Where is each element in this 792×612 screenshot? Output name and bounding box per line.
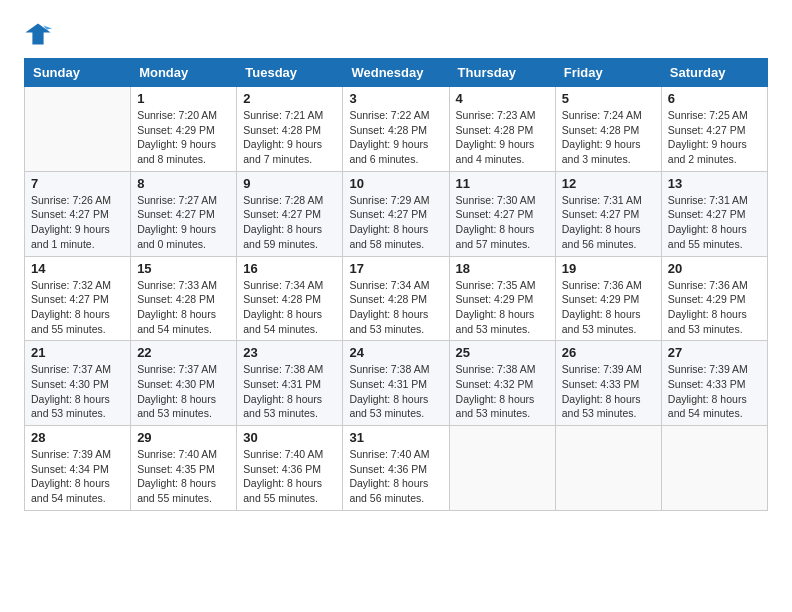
day-number: 18 — [456, 261, 549, 276]
svg-marker-0 — [25, 24, 50, 45]
calendar: SundayMondayTuesdayWednesdayThursdayFrid… — [24, 58, 768, 511]
day-number: 13 — [668, 176, 761, 191]
day-detail: Sunrise: 7:40 AM Sunset: 4:36 PM Dayligh… — [349, 447, 442, 506]
day-number: 27 — [668, 345, 761, 360]
day-number: 9 — [243, 176, 336, 191]
calendar-cell: 2Sunrise: 7:21 AM Sunset: 4:28 PM Daylig… — [237, 87, 343, 172]
weekday-header: Sunday — [25, 59, 131, 87]
day-detail: Sunrise: 7:28 AM Sunset: 4:27 PM Dayligh… — [243, 193, 336, 252]
day-number: 26 — [562, 345, 655, 360]
day-detail: Sunrise: 7:27 AM Sunset: 4:27 PM Dayligh… — [137, 193, 230, 252]
day-detail: Sunrise: 7:24 AM Sunset: 4:28 PM Dayligh… — [562, 108, 655, 167]
day-number: 29 — [137, 430, 230, 445]
calendar-cell: 28Sunrise: 7:39 AM Sunset: 4:34 PM Dayli… — [25, 426, 131, 511]
calendar-cell: 8Sunrise: 7:27 AM Sunset: 4:27 PM Daylig… — [131, 171, 237, 256]
day-number: 21 — [31, 345, 124, 360]
day-detail: Sunrise: 7:35 AM Sunset: 4:29 PM Dayligh… — [456, 278, 549, 337]
calendar-cell: 20Sunrise: 7:36 AM Sunset: 4:29 PM Dayli… — [661, 256, 767, 341]
day-number: 31 — [349, 430, 442, 445]
day-number: 24 — [349, 345, 442, 360]
calendar-cell — [25, 87, 131, 172]
day-number: 5 — [562, 91, 655, 106]
calendar-cell: 6Sunrise: 7:25 AM Sunset: 4:27 PM Daylig… — [661, 87, 767, 172]
day-number: 16 — [243, 261, 336, 276]
day-number: 10 — [349, 176, 442, 191]
weekday-header: Friday — [555, 59, 661, 87]
calendar-cell: 18Sunrise: 7:35 AM Sunset: 4:29 PM Dayli… — [449, 256, 555, 341]
day-number: 25 — [456, 345, 549, 360]
day-detail: Sunrise: 7:34 AM Sunset: 4:28 PM Dayligh… — [349, 278, 442, 337]
logo-icon — [24, 20, 52, 48]
day-detail: Sunrise: 7:38 AM Sunset: 4:31 PM Dayligh… — [243, 362, 336, 421]
day-detail: Sunrise: 7:25 AM Sunset: 4:27 PM Dayligh… — [668, 108, 761, 167]
calendar-cell: 27Sunrise: 7:39 AM Sunset: 4:33 PM Dayli… — [661, 341, 767, 426]
calendar-cell: 13Sunrise: 7:31 AM Sunset: 4:27 PM Dayli… — [661, 171, 767, 256]
day-number: 14 — [31, 261, 124, 276]
calendar-cell: 14Sunrise: 7:32 AM Sunset: 4:27 PM Dayli… — [25, 256, 131, 341]
day-number: 20 — [668, 261, 761, 276]
day-number: 4 — [456, 91, 549, 106]
day-detail: Sunrise: 7:40 AM Sunset: 4:35 PM Dayligh… — [137, 447, 230, 506]
weekday-header: Monday — [131, 59, 237, 87]
calendar-cell: 7Sunrise: 7:26 AM Sunset: 4:27 PM Daylig… — [25, 171, 131, 256]
day-detail: Sunrise: 7:34 AM Sunset: 4:28 PM Dayligh… — [243, 278, 336, 337]
calendar-cell — [555, 426, 661, 511]
day-number: 2 — [243, 91, 336, 106]
day-detail: Sunrise: 7:36 AM Sunset: 4:29 PM Dayligh… — [668, 278, 761, 337]
day-detail: Sunrise: 7:30 AM Sunset: 4:27 PM Dayligh… — [456, 193, 549, 252]
day-number: 17 — [349, 261, 442, 276]
calendar-cell: 25Sunrise: 7:38 AM Sunset: 4:32 PM Dayli… — [449, 341, 555, 426]
day-detail: Sunrise: 7:40 AM Sunset: 4:36 PM Dayligh… — [243, 447, 336, 506]
calendar-cell: 26Sunrise: 7:39 AM Sunset: 4:33 PM Dayli… — [555, 341, 661, 426]
day-detail: Sunrise: 7:22 AM Sunset: 4:28 PM Dayligh… — [349, 108, 442, 167]
header — [24, 20, 768, 48]
day-number: 3 — [349, 91, 442, 106]
calendar-cell — [449, 426, 555, 511]
calendar-cell: 17Sunrise: 7:34 AM Sunset: 4:28 PM Dayli… — [343, 256, 449, 341]
day-number: 30 — [243, 430, 336, 445]
day-number: 15 — [137, 261, 230, 276]
calendar-cell: 19Sunrise: 7:36 AM Sunset: 4:29 PM Dayli… — [555, 256, 661, 341]
day-number: 28 — [31, 430, 124, 445]
calendar-cell: 21Sunrise: 7:37 AM Sunset: 4:30 PM Dayli… — [25, 341, 131, 426]
day-detail: Sunrise: 7:39 AM Sunset: 4:33 PM Dayligh… — [668, 362, 761, 421]
calendar-cell: 29Sunrise: 7:40 AM Sunset: 4:35 PM Dayli… — [131, 426, 237, 511]
day-number: 7 — [31, 176, 124, 191]
weekday-header: Saturday — [661, 59, 767, 87]
day-number: 8 — [137, 176, 230, 191]
day-detail: Sunrise: 7:38 AM Sunset: 4:32 PM Dayligh… — [456, 362, 549, 421]
day-number: 12 — [562, 176, 655, 191]
calendar-cell: 22Sunrise: 7:37 AM Sunset: 4:30 PM Dayli… — [131, 341, 237, 426]
day-number: 22 — [137, 345, 230, 360]
day-detail: Sunrise: 7:37 AM Sunset: 4:30 PM Dayligh… — [31, 362, 124, 421]
calendar-cell: 10Sunrise: 7:29 AM Sunset: 4:27 PM Dayli… — [343, 171, 449, 256]
calendar-cell: 30Sunrise: 7:40 AM Sunset: 4:36 PM Dayli… — [237, 426, 343, 511]
day-detail: Sunrise: 7:37 AM Sunset: 4:30 PM Dayligh… — [137, 362, 230, 421]
day-detail: Sunrise: 7:39 AM Sunset: 4:34 PM Dayligh… — [31, 447, 124, 506]
day-detail: Sunrise: 7:23 AM Sunset: 4:28 PM Dayligh… — [456, 108, 549, 167]
day-detail: Sunrise: 7:39 AM Sunset: 4:33 PM Dayligh… — [562, 362, 655, 421]
day-detail: Sunrise: 7:31 AM Sunset: 4:27 PM Dayligh… — [562, 193, 655, 252]
calendar-cell: 31Sunrise: 7:40 AM Sunset: 4:36 PM Dayli… — [343, 426, 449, 511]
day-detail: Sunrise: 7:20 AM Sunset: 4:29 PM Dayligh… — [137, 108, 230, 167]
calendar-cell: 15Sunrise: 7:33 AM Sunset: 4:28 PM Dayli… — [131, 256, 237, 341]
day-number: 11 — [456, 176, 549, 191]
calendar-cell: 12Sunrise: 7:31 AM Sunset: 4:27 PM Dayli… — [555, 171, 661, 256]
calendar-cell: 4Sunrise: 7:23 AM Sunset: 4:28 PM Daylig… — [449, 87, 555, 172]
day-detail: Sunrise: 7:33 AM Sunset: 4:28 PM Dayligh… — [137, 278, 230, 337]
logo — [24, 20, 56, 48]
calendar-cell: 1Sunrise: 7:20 AM Sunset: 4:29 PM Daylig… — [131, 87, 237, 172]
calendar-cell: 23Sunrise: 7:38 AM Sunset: 4:31 PM Dayli… — [237, 341, 343, 426]
calendar-cell: 24Sunrise: 7:38 AM Sunset: 4:31 PM Dayli… — [343, 341, 449, 426]
day-detail: Sunrise: 7:29 AM Sunset: 4:27 PM Dayligh… — [349, 193, 442, 252]
day-detail: Sunrise: 7:26 AM Sunset: 4:27 PM Dayligh… — [31, 193, 124, 252]
weekday-header: Tuesday — [237, 59, 343, 87]
day-detail: Sunrise: 7:31 AM Sunset: 4:27 PM Dayligh… — [668, 193, 761, 252]
day-number: 6 — [668, 91, 761, 106]
day-detail: Sunrise: 7:21 AM Sunset: 4:28 PM Dayligh… — [243, 108, 336, 167]
weekday-header: Wednesday — [343, 59, 449, 87]
calendar-cell: 16Sunrise: 7:34 AM Sunset: 4:28 PM Dayli… — [237, 256, 343, 341]
day-number: 1 — [137, 91, 230, 106]
day-number: 23 — [243, 345, 336, 360]
calendar-cell: 11Sunrise: 7:30 AM Sunset: 4:27 PM Dayli… — [449, 171, 555, 256]
